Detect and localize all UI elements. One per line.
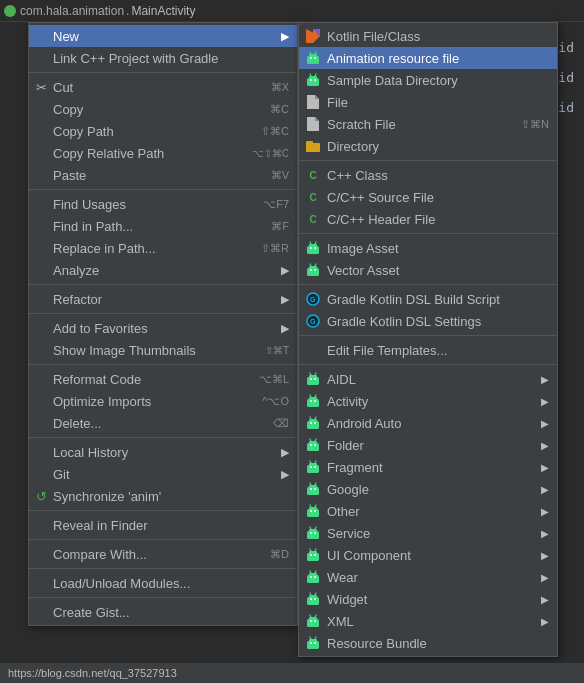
menu-item-service[interactable]: Service ▶	[299, 522, 557, 544]
menu-item-activity[interactable]: Activity ▶	[299, 390, 557, 412]
other-arrow: ▶	[541, 506, 549, 517]
add-favorites-icon	[33, 320, 49, 336]
git-icon	[33, 466, 49, 482]
menu-item-find-usages[interactable]: Find Usages ⌥F7	[29, 193, 297, 215]
menu-item-android-auto[interactable]: Android Auto ▶	[299, 412, 557, 434]
svg-point-11	[310, 79, 312, 81]
menu-item-cut[interactable]: ✂ Cut ⌘X	[29, 76, 297, 98]
menu-item-gradle-kotlin-dsl-build[interactable]: G Gradle Kotlin DSL Build Script	[299, 288, 557, 310]
menu-item-analyze[interactable]: Analyze ▶	[29, 259, 297, 281]
menu-item-compare-with[interactable]: Compare With... ⌘D	[29, 543, 297, 565]
menu-item-edit-file-templates[interactable]: Edit File Templates...	[299, 339, 557, 361]
menu-item-aidl[interactable]: AIDL ▶	[299, 368, 557, 390]
right-context-menu: Kotlin File/Class Animation resource fil…	[298, 22, 558, 657]
menu-item-resource-bundle[interactable]: Resource Bundle	[299, 632, 557, 654]
menu-item-animation-resource-file[interactable]: Animation resource file	[299, 47, 557, 69]
create-gist-icon	[33, 604, 49, 620]
menu-item-show-image-thumbnails[interactable]: Show Image Thumbnails ⇧⌘T	[29, 339, 297, 361]
menu-item-fragment[interactable]: Fragment ▶	[299, 456, 557, 478]
android-icon-google	[305, 481, 321, 497]
menu-item-git[interactable]: Git ▶	[29, 463, 297, 485]
menu-item-load-unload-modules[interactable]: Load/Unload Modules...	[29, 572, 297, 594]
android-icon-xml	[305, 613, 321, 629]
copy-relative-path-icon	[33, 145, 49, 161]
menu-item-link-cpp[interactable]: Link C++ Project with Gradle	[29, 47, 297, 69]
activity-arrow: ▶	[541, 396, 549, 407]
google-arrow: ▶	[541, 484, 549, 495]
menu-item-xml[interactable]: XML ▶	[299, 610, 557, 632]
cpp-header-icon: C	[305, 211, 321, 227]
menu-item-delete[interactable]: Delete... ⌫	[29, 412, 297, 434]
svg-line-113	[310, 637, 311, 639]
android-icon-folder	[305, 437, 321, 453]
menu-item-directory[interactable]: Directory	[299, 135, 557, 157]
menu-item-replace-in-path[interactable]: Replace in Path... ⇧⌘R	[29, 237, 297, 259]
menu-item-paste[interactable]: Paste ⌘V	[29, 164, 297, 186]
menu-item-wear[interactable]: Wear ▶	[299, 566, 557, 588]
breadcrumb-file: MainActivity	[131, 4, 195, 18]
svg-point-112	[314, 642, 316, 644]
svg-line-101	[310, 593, 311, 595]
menu-item-file[interactable]: File	[299, 91, 557, 113]
menu-item-vector-asset[interactable]: Vector Asset	[299, 259, 557, 281]
kotlin-icon	[305, 28, 321, 44]
svg-line-65	[310, 461, 311, 463]
svg-line-95	[310, 571, 311, 573]
menu-item-folder[interactable]: Folder ▶	[299, 434, 557, 456]
right-separator-4	[299, 335, 557, 336]
local-history-arrow: ▶	[281, 446, 289, 459]
menu-item-copy[interactable]: Copy ⌘C	[29, 98, 297, 120]
menu-item-gradle-kotlin-dsl-settings[interactable]: G Gradle Kotlin DSL Settings	[299, 310, 557, 332]
menu-item-synchronize[interactable]: ↺ Synchronize 'anim'	[29, 485, 297, 507]
svg-point-46	[314, 400, 316, 402]
menu-item-cpp-source[interactable]: C C/C++ Source File	[299, 186, 557, 208]
menu-item-create-gist[interactable]: Create Gist...	[29, 601, 297, 623]
menu-item-cpp-header[interactable]: C C/C++ Header File	[299, 208, 557, 230]
reformat-icon	[33, 371, 49, 387]
android-icon-activity	[305, 393, 321, 409]
svg-line-66	[315, 461, 316, 463]
menu-item-reformat-code[interactable]: Reformat Code ⌥⌘L	[29, 368, 297, 390]
svg-line-84	[315, 527, 316, 529]
menu-item-find-in-path[interactable]: Find in Path... ⌘F	[29, 215, 297, 237]
svg-text:G: G	[310, 318, 316, 325]
menu-item-other[interactable]: Other ▶	[299, 500, 557, 522]
menu-item-copy-relative-path[interactable]: Copy Relative Path ⌥⇧⌘C	[29, 142, 297, 164]
cut-icon: ✂	[33, 79, 49, 95]
menu-item-add-favorites[interactable]: Add to Favorites ▶	[29, 317, 297, 339]
menu-item-sample-data-directory[interactable]: Sample Data Directory	[299, 69, 557, 91]
menu-item-kotlin-file[interactable]: Kotlin File/Class	[299, 25, 557, 47]
menu-item-new[interactable]: New ▶	[29, 25, 297, 47]
breadcrumb-package: com.hala.animation	[20, 4, 124, 18]
menu-item-cpp-class[interactable]: C C++ Class	[299, 164, 557, 186]
android-icon-fragment	[305, 459, 321, 475]
copy-path-icon	[33, 123, 49, 139]
menu-item-refactor[interactable]: Refactor ▶	[29, 288, 297, 310]
svg-line-47	[310, 395, 311, 397]
android-icon-service	[305, 525, 321, 541]
menu-item-widget[interactable]: Widget ▶	[299, 588, 557, 610]
menu-item-reveal-finder[interactable]: Reveal in Finder	[29, 514, 297, 536]
left-context-menu: New ▶ Link C++ Project with Gradle ✂ Cut…	[28, 22, 298, 626]
menu-item-local-history[interactable]: Local History ▶	[29, 441, 297, 463]
widget-arrow: ▶	[541, 594, 549, 605]
ui-component-arrow: ▶	[541, 550, 549, 561]
menu-item-optimize-imports[interactable]: Optimize Imports ^⌥O	[29, 390, 297, 412]
directory-icon	[305, 138, 321, 154]
menu-item-image-asset[interactable]: Image Asset	[299, 237, 557, 259]
svg-point-64	[314, 466, 316, 468]
menu-item-ui-component[interactable]: UI Component ▶	[299, 544, 557, 566]
menu-item-google[interactable]: Google ▶	[299, 478, 557, 500]
right-separator-1	[299, 160, 557, 161]
edit-templates-icon	[305, 342, 321, 358]
svg-line-78	[315, 505, 316, 507]
separator-6	[29, 437, 297, 438]
separator-3	[29, 284, 297, 285]
android-icon-vector-asset	[305, 262, 321, 278]
menu-item-copy-path[interactable]: Copy Path ⇧⌘C	[29, 120, 297, 142]
fragment-arrow: ▶	[541, 462, 549, 473]
svg-point-63	[310, 466, 312, 468]
svg-point-57	[310, 444, 312, 446]
git-arrow: ▶	[281, 468, 289, 481]
menu-item-scratch-file[interactable]: Scratch File ⇧⌘N	[299, 113, 557, 135]
